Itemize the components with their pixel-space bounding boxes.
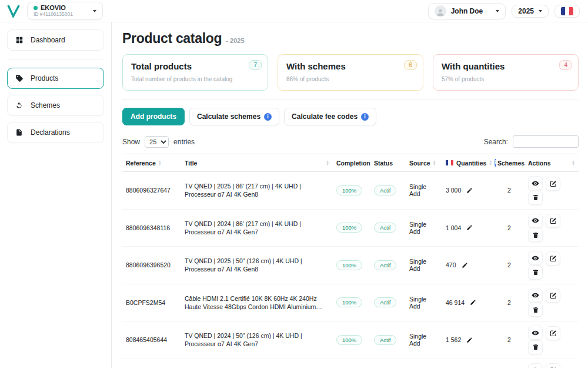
column-label: Actions [528, 160, 551, 167]
column-header-reference[interactable]: Reference [122, 154, 181, 172]
sort-icon [489, 160, 492, 166]
trash-icon [532, 194, 539, 201]
column-header-actions[interactable]: Actions [524, 154, 579, 172]
edit-icon [550, 217, 557, 224]
cell-actions [524, 209, 579, 247]
view-button[interactable] [528, 251, 543, 265]
edit-quantity-button[interactable] [466, 224, 473, 231]
column-label: Reference [126, 160, 156, 167]
organization-selector[interactable]: EKOVIO ID #41100135001 [27, 2, 103, 19]
column-header-status[interactable]: Status [370, 154, 406, 172]
cell-actions [524, 284, 579, 321]
language-selector[interactable] [554, 5, 580, 18]
edit-button[interactable] [546, 177, 560, 191]
quantity-value: 470 [446, 261, 456, 268]
cell-completion: 100% [333, 359, 370, 368]
view-button[interactable] [528, 326, 543, 340]
cell-reference: 8806096327647 [122, 172, 181, 210]
pencil-icon [470, 299, 476, 306]
completion-badge: 100% [336, 297, 362, 307]
edit-button[interactable] [546, 326, 560, 340]
view-button[interactable] [528, 214, 543, 228]
sidebar-item-label: Schemes [31, 101, 60, 110]
sidebar-item-schemes[interactable]: Schemes [7, 95, 104, 116]
edit-button[interactable] [546, 251, 560, 266]
table-header-row: Reference Title Completion Status Source [122, 154, 579, 172]
view-button[interactable] [528, 363, 543, 368]
edit-quantity-button[interactable] [466, 187, 473, 194]
cell-source: Single Add [406, 247, 442, 284]
recycle-icon [15, 101, 24, 110]
page-size-select[interactable]: 25 [145, 136, 169, 148]
view-button[interactable] [528, 289, 543, 303]
divider [122, 100, 579, 100]
sort-icon [158, 160, 162, 166]
cell-reference: 654324687354 [122, 359, 181, 368]
calculate-fee-codes-button[interactable]: Calculate fee codes [284, 108, 376, 125]
edit-quantity-button[interactable] [466, 337, 473, 343]
card-subtitle: 57% of products [442, 76, 570, 82]
column-label: Source [409, 160, 430, 167]
table-body: 8806096327647 TV QNED | 2025 | 86' (217 … [122, 172, 579, 368]
cell-source: Single Add [406, 209, 442, 247]
edit-quantity-button[interactable] [462, 262, 468, 268]
delete-button[interactable] [528, 228, 543, 242]
delete-button[interactable] [528, 340, 543, 354]
sidebar-item-dashboard[interactable]: Dashboard [7, 29, 104, 51]
cell-completion: 100% [333, 172, 370, 210]
product-title: TV QNED | 2024 | 50" (126 cm) | 4K UHD |… [185, 331, 329, 348]
cell-quantity: 46 914 [442, 284, 494, 321]
add-products-button[interactable]: Add products [122, 108, 185, 125]
table-row: 8806096327647 TV QNED | 2025 | 86' (217 … [122, 172, 579, 210]
sidebar-item-declarations[interactable]: Declarations [7, 122, 104, 143]
cell-schemes: 2 [494, 247, 524, 284]
column-header-schemes[interactable]: Schemes [494, 154, 524, 172]
column-header-completion[interactable]: Completion [333, 154, 370, 172]
cell-schemes: 2 [494, 284, 524, 321]
cell-source: Single Add [406, 321, 442, 359]
user-menu[interactable]: John Doe [428, 3, 506, 19]
edit-button[interactable] [546, 289, 560, 303]
column-header-source[interactable]: Source [406, 154, 442, 172]
delete-button[interactable] [528, 266, 543, 280]
column-label: Quantities [456, 160, 486, 167]
france-flag-icon [446, 160, 453, 165]
file-icon [15, 128, 24, 137]
edit-quantity-button[interactable] [470, 299, 476, 306]
cell-actions [524, 172, 579, 210]
sidebar-item-products[interactable]: Products [7, 68, 104, 89]
cell-status: Actif [370, 359, 406, 368]
eye-icon [532, 217, 539, 224]
cell-completion: 100% [333, 209, 370, 247]
delete-button[interactable] [528, 303, 543, 317]
column-header-quantities[interactable]: Quantities [442, 154, 494, 172]
cell-status: Actif [370, 209, 406, 247]
chevron-down-icon [93, 10, 96, 12]
status-badge: Actif [374, 297, 396, 307]
info-icon [361, 113, 369, 121]
count-badge: 4 [559, 60, 572, 70]
cell-source: Single Add [406, 172, 442, 210]
cell-completion: 100% [333, 321, 370, 359]
trash-icon [532, 231, 539, 239]
year-selector[interactable]: 2025 [512, 5, 549, 18]
eye-icon [532, 329, 539, 337]
quantity-value: 3 000 [446, 187, 461, 194]
delete-button[interactable] [528, 191, 543, 205]
search-input[interactable] [513, 135, 579, 148]
edit-button[interactable] [546, 214, 560, 228]
product-title: TV QNED | 2025 | 50" (126 cm) | 4K UHD |… [185, 257, 329, 273]
sort-icon [326, 160, 329, 166]
pencil-icon [466, 337, 473, 343]
column-header-title[interactable]: Title [181, 154, 333, 172]
cell-actions [524, 321, 579, 359]
view-button[interactable] [528, 176, 543, 190]
sidebar: Dashboard Products Schemes Declarations [0, 22, 112, 368]
calculate-schemes-button[interactable]: Calculate schemes [189, 108, 279, 125]
edit-icon [550, 255, 557, 262]
sort-icon [433, 160, 436, 166]
edit-button[interactable] [546, 363, 560, 368]
cell-quantity: 0 [442, 359, 494, 368]
product-title: Câble HDMI 2.1 Certifié 10K 8K 60Hz 4K 2… [185, 294, 329, 311]
column-label: Title [185, 160, 197, 167]
